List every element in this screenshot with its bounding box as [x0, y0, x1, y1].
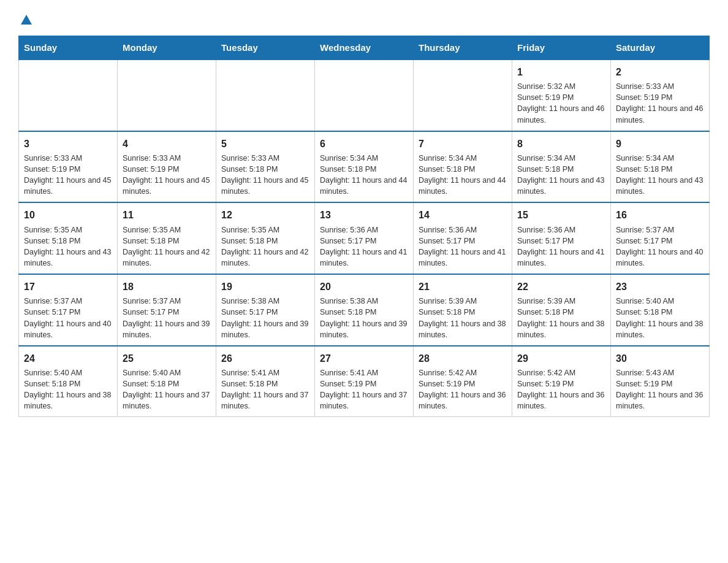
day-number: 15: [517, 208, 605, 222]
calendar-cell: [19, 59, 118, 131]
calendar-cell: [118, 59, 216, 131]
day-info: Sunrise: 5:35 AM Sunset: 5:18 PM Dayligh…: [24, 224, 112, 269]
day-number: 14: [419, 208, 507, 222]
calendar-header-saturday: Saturday: [611, 36, 710, 60]
calendar-week-row: 17Sunrise: 5:37 AM Sunset: 5:17 PM Dayli…: [19, 274, 710, 346]
calendar-week-row: 24Sunrise: 5:40 AM Sunset: 5:18 PM Dayli…: [19, 346, 710, 417]
day-info: Sunrise: 5:39 AM Sunset: 5:18 PM Dayligh…: [419, 296, 507, 340]
calendar-week-row: 1Sunrise: 5:32 AM Sunset: 5:19 PM Daylig…: [19, 59, 710, 131]
day-number: 18: [123, 280, 211, 294]
day-number: 1: [517, 65, 605, 79]
calendar-cell: 17Sunrise: 5:37 AM Sunset: 5:17 PM Dayli…: [19, 274, 118, 346]
day-info: Sunrise: 5:38 AM Sunset: 5:18 PM Dayligh…: [320, 296, 408, 340]
calendar-cell: 29Sunrise: 5:42 AM Sunset: 5:19 PM Dayli…: [512, 346, 611, 417]
calendar-cell: 5Sunrise: 5:33 AM Sunset: 5:18 PM Daylig…: [216, 131, 315, 203]
day-number: 3: [24, 137, 112, 151]
calendar-cell: 2Sunrise: 5:33 AM Sunset: 5:19 PM Daylig…: [611, 59, 710, 131]
day-number: 26: [221, 351, 309, 366]
day-number: 24: [24, 351, 112, 366]
day-number: 27: [320, 351, 408, 366]
day-number: 23: [616, 280, 704, 294]
day-info: Sunrise: 5:34 AM Sunset: 5:18 PM Dayligh…: [616, 153, 704, 197]
day-info: Sunrise: 5:40 AM Sunset: 5:18 PM Dayligh…: [616, 296, 704, 340]
svg-marker-0: [21, 15, 32, 25]
day-info: Sunrise: 5:41 AM Sunset: 5:18 PM Dayligh…: [221, 367, 309, 412]
day-number: 12: [221, 208, 309, 222]
day-info: Sunrise: 5:33 AM Sunset: 5:18 PM Dayligh…: [221, 153, 309, 197]
calendar-cell: 1Sunrise: 5:32 AM Sunset: 5:19 PM Daylig…: [512, 59, 611, 131]
day-number: 22: [517, 280, 605, 294]
day-number: 20: [320, 280, 408, 294]
day-number: 17: [24, 280, 112, 294]
day-info: Sunrise: 5:36 AM Sunset: 5:17 PM Dayligh…: [517, 224, 605, 269]
calendar-header-sunday: Sunday: [19, 36, 118, 60]
day-info: Sunrise: 5:34 AM Sunset: 5:18 PM Dayligh…: [517, 153, 605, 197]
day-info: Sunrise: 5:38 AM Sunset: 5:17 PM Dayligh…: [221, 296, 309, 340]
day-info: Sunrise: 5:33 AM Sunset: 5:19 PM Dayligh…: [616, 81, 704, 126]
day-info: Sunrise: 5:34 AM Sunset: 5:18 PM Dayligh…: [419, 153, 507, 197]
calendar-cell: 7Sunrise: 5:34 AM Sunset: 5:18 PM Daylig…: [414, 131, 512, 203]
day-info: Sunrise: 5:40 AM Sunset: 5:18 PM Dayligh…: [24, 367, 112, 412]
day-info: Sunrise: 5:33 AM Sunset: 5:19 PM Dayligh…: [123, 153, 211, 197]
calendar-cell: 30Sunrise: 5:43 AM Sunset: 5:19 PM Dayli…: [611, 346, 710, 417]
calendar-cell: 24Sunrise: 5:40 AM Sunset: 5:18 PM Dayli…: [19, 346, 118, 417]
calendar-header-thursday: Thursday: [414, 36, 512, 60]
day-info: Sunrise: 5:42 AM Sunset: 5:19 PM Dayligh…: [517, 367, 605, 412]
calendar-week-row: 3Sunrise: 5:33 AM Sunset: 5:19 PM Daylig…: [19, 131, 710, 203]
calendar-cell: 25Sunrise: 5:40 AM Sunset: 5:18 PM Dayli…: [118, 346, 216, 417]
calendar-cell: 27Sunrise: 5:41 AM Sunset: 5:19 PM Dayli…: [315, 346, 414, 417]
day-info: Sunrise: 5:32 AM Sunset: 5:19 PM Dayligh…: [517, 81, 605, 126]
day-number: 8: [517, 137, 605, 151]
day-info: Sunrise: 5:33 AM Sunset: 5:19 PM Dayligh…: [24, 153, 112, 197]
calendar-cell: 15Sunrise: 5:36 AM Sunset: 5:17 PM Dayli…: [512, 202, 611, 274]
day-info: Sunrise: 5:41 AM Sunset: 5:19 PM Dayligh…: [320, 367, 408, 412]
calendar-cell: 8Sunrise: 5:34 AM Sunset: 5:18 PM Daylig…: [512, 131, 611, 203]
calendar-header-row: SundayMondayTuesdayWednesdayThursdayFrid…: [19, 36, 710, 60]
day-number: 11: [123, 208, 211, 222]
day-number: 28: [419, 351, 507, 366]
calendar-cell: 13Sunrise: 5:36 AM Sunset: 5:17 PM Dayli…: [315, 202, 414, 274]
day-info: Sunrise: 5:36 AM Sunset: 5:17 PM Dayligh…: [419, 224, 507, 269]
calendar-cell: 20Sunrise: 5:38 AM Sunset: 5:18 PM Dayli…: [315, 274, 414, 346]
calendar-week-row: 10Sunrise: 5:35 AM Sunset: 5:18 PM Dayli…: [19, 202, 710, 274]
day-number: 25: [123, 351, 211, 366]
logo-triangle-icon: [20, 13, 33, 27]
calendar-cell: 6Sunrise: 5:34 AM Sunset: 5:18 PM Daylig…: [315, 131, 414, 203]
day-number: 6: [320, 137, 408, 151]
day-info: Sunrise: 5:34 AM Sunset: 5:18 PM Dayligh…: [320, 153, 408, 197]
calendar-cell: 16Sunrise: 5:37 AM Sunset: 5:17 PM Dayli…: [611, 202, 710, 274]
day-info: Sunrise: 5:39 AM Sunset: 5:18 PM Dayligh…: [517, 296, 605, 340]
calendar-cell: 12Sunrise: 5:35 AM Sunset: 5:18 PM Dayli…: [216, 202, 315, 274]
calendar-cell: 21Sunrise: 5:39 AM Sunset: 5:18 PM Dayli…: [414, 274, 512, 346]
day-info: Sunrise: 5:35 AM Sunset: 5:18 PM Dayligh…: [221, 224, 309, 269]
day-info: Sunrise: 5:42 AM Sunset: 5:19 PM Dayligh…: [419, 367, 507, 412]
calendar-cell: 28Sunrise: 5:42 AM Sunset: 5:19 PM Dayli…: [414, 346, 512, 417]
calendar-header-tuesday: Tuesday: [216, 36, 315, 60]
calendar-cell: 4Sunrise: 5:33 AM Sunset: 5:19 PM Daylig…: [118, 131, 216, 203]
day-number: 30: [616, 351, 704, 366]
calendar-header-monday: Monday: [118, 36, 216, 60]
calendar-cell: 11Sunrise: 5:35 AM Sunset: 5:18 PM Dayli…: [118, 202, 216, 274]
day-number: 21: [419, 280, 507, 294]
day-info: Sunrise: 5:43 AM Sunset: 5:19 PM Dayligh…: [616, 367, 704, 412]
day-number: 9: [616, 137, 704, 151]
day-info: Sunrise: 5:37 AM Sunset: 5:17 PM Dayligh…: [24, 296, 112, 340]
logo: [18, 12, 33, 27]
calendar-header-friday: Friday: [512, 36, 611, 60]
day-info: Sunrise: 5:37 AM Sunset: 5:17 PM Dayligh…: [123, 296, 211, 340]
calendar-cell: 9Sunrise: 5:34 AM Sunset: 5:18 PM Daylig…: [611, 131, 710, 203]
calendar-cell: 14Sunrise: 5:36 AM Sunset: 5:17 PM Dayli…: [414, 202, 512, 274]
calendar-header-wednesday: Wednesday: [315, 36, 414, 60]
day-number: 2: [616, 65, 704, 79]
calendar-cell: 26Sunrise: 5:41 AM Sunset: 5:18 PM Dayli…: [216, 346, 315, 417]
day-info: Sunrise: 5:40 AM Sunset: 5:18 PM Dayligh…: [123, 367, 211, 412]
day-number: 5: [221, 137, 309, 151]
day-info: Sunrise: 5:35 AM Sunset: 5:18 PM Dayligh…: [123, 224, 211, 269]
calendar-cell: 18Sunrise: 5:37 AM Sunset: 5:17 PM Dayli…: [118, 274, 216, 346]
day-number: 4: [123, 137, 211, 151]
day-number: 16: [616, 208, 704, 222]
calendar-cell: [315, 59, 414, 131]
calendar-cell: 23Sunrise: 5:40 AM Sunset: 5:18 PM Dayli…: [611, 274, 710, 346]
calendar-cell: 10Sunrise: 5:35 AM Sunset: 5:18 PM Dayli…: [19, 202, 118, 274]
calendar-cell: 3Sunrise: 5:33 AM Sunset: 5:19 PM Daylig…: [19, 131, 118, 203]
